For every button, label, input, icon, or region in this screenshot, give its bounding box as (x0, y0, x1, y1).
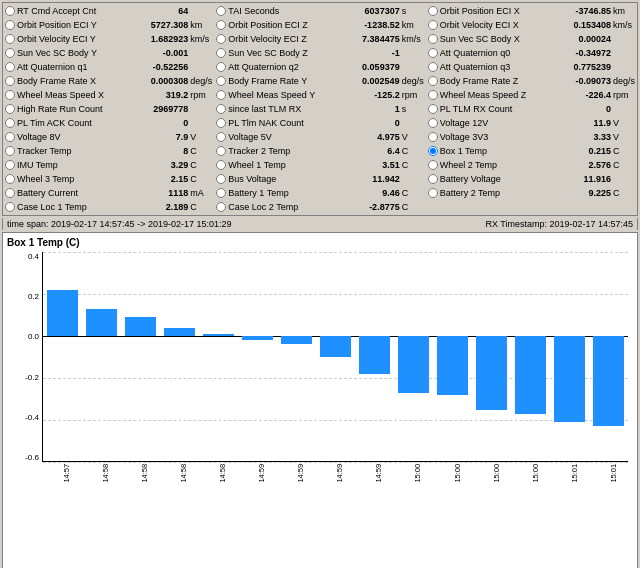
telem-row[interactable]: Battery 1 Temp9.46C (216, 186, 423, 200)
telem-row[interactable]: Att Quaternion q0-0.34972 (428, 46, 635, 60)
telem-row[interactable]: Wheel Meas Speed Y-125.2rpm (216, 88, 423, 102)
telem-row[interactable]: Voltage 5V4.975V (216, 130, 423, 144)
telem-row[interactable]: Sun Vec SC Body Y-0.001 (5, 46, 212, 60)
telem-value: 5727.308 (143, 20, 188, 30)
telem-label: Att Quaternion q1 (17, 62, 143, 72)
bar-group (433, 252, 472, 461)
telem-row[interactable]: Sun Vec SC Body X0.00024 (428, 32, 635, 46)
telem-row[interactable]: Battery 2 Temp9.225C (428, 186, 635, 200)
telem-row[interactable]: PL Tim ACK Count0 (5, 116, 212, 130)
time-span-bar: time span: 2019-02-17 14:57:45 -> 2019-0… (2, 218, 638, 230)
telemetry-grid: RT Cmd Accept Cnt64Orbit Position ECI Y5… (2, 2, 638, 216)
telem-value: 1 (355, 104, 400, 114)
x-axis-label: 15:00:08 (413, 464, 422, 483)
telem-label: Battery 1 Temp (228, 188, 354, 198)
telem-row[interactable]: Wheel Meas Speed Z-226.4rpm (428, 88, 635, 102)
y-axis-label: -0.2 (7, 373, 39, 382)
telem-row[interactable]: PL TLM RX Count0 (428, 102, 635, 116)
telem-unit: rpm (402, 90, 424, 100)
telem-value: 6.4 (355, 146, 400, 156)
telem-row[interactable]: Wheel 3 Temp2.15C (5, 172, 212, 186)
telem-value: 4.975 (355, 132, 400, 142)
telem-value: 2.189 (143, 202, 188, 212)
bar-group (199, 252, 238, 461)
telem-value: 11.942 (355, 174, 400, 184)
bar (398, 336, 429, 393)
telem-row[interactable]: Wheel 2 Temp2.576C (428, 158, 635, 172)
telem-row[interactable]: Case Loc 1 Temp2.189C (5, 200, 212, 214)
telem-row[interactable]: Orbit Position ECI Z-1238.52km (216, 18, 423, 32)
telem-label: Battery Voltage (440, 174, 566, 184)
telem-row[interactable]: IMU Temp3.29C (5, 158, 212, 172)
telem-value: -226.4 (566, 90, 611, 100)
x-axis-label: 15:01:13 (569, 464, 578, 483)
telem-row[interactable]: Battery Current1118mA (5, 186, 212, 200)
x-axis-label: 14:59:53 (374, 464, 383, 483)
telem-unit: deg/s (402, 76, 424, 86)
y-axis-label: -0.6 (7, 453, 39, 462)
telem-unit: C (613, 160, 635, 170)
bar (86, 309, 117, 336)
telem-label: Orbit Position ECI Y (17, 20, 143, 30)
telem-label: Att Quaternion q0 (440, 48, 566, 58)
telem-row[interactable]: Att Quaternion q1-0.52256 (5, 60, 212, 74)
x-axis-label: 15:01:29 (608, 464, 617, 483)
telem-label: Voltage 12V (440, 118, 566, 128)
telem-row[interactable]: Orbit Position ECI Y5727.308km (5, 18, 212, 32)
telem-label: Voltage 3V3 (440, 132, 566, 142)
telem-row[interactable]: Orbit Position ECI X-3746.85km (428, 4, 635, 18)
bar (281, 336, 312, 344)
telem-row[interactable]: Box 1 Temp0.215C (428, 144, 635, 158)
telem-label: Tracker Temp (17, 146, 143, 156)
telem-row[interactable]: TAI Seconds6037307s (216, 4, 423, 18)
telem-row[interactable]: Voltage 8V7.9V (5, 130, 212, 144)
telem-row[interactable]: Body Frame Rate X0.000308deg/s (5, 74, 212, 88)
chart-title: Box 1 Temp (C) (7, 237, 633, 248)
telem-value: -1 (355, 48, 400, 58)
telem-row[interactable]: Bus Voltage11.942 (216, 172, 423, 186)
telem-row[interactable]: Voltage 12V11.9V (428, 116, 635, 130)
telem-label: Body Frame Rate X (17, 76, 143, 86)
telem-row[interactable]: RT Cmd Accept Cnt64 (5, 4, 212, 18)
x-axis-label: 14:58:49 (218, 464, 227, 483)
telem-row[interactable]: Case Loc 2 Temp-2.8775C (216, 200, 423, 214)
telem-label: RT Cmd Accept Cnt (17, 6, 143, 16)
telem-row[interactable]: Voltage 3V33.33V (428, 130, 635, 144)
telem-row[interactable]: Wheel Meas Speed X319.2rpm (5, 88, 212, 102)
telem-unit: km (613, 6, 635, 16)
telem-row[interactable]: High Rate Run Count2969778 (5, 102, 212, 116)
telem-row[interactable]: Tracker Temp8C (5, 144, 212, 158)
telem-row[interactable]: Tracker 2 Temp6.4C (216, 144, 423, 158)
telem-value: -1238.52 (355, 20, 400, 30)
telem-label: Att Quaternion q3 (440, 62, 566, 72)
telem-unit: km/s (613, 20, 635, 30)
telem-value: 64 (143, 6, 188, 16)
telem-unit: C (402, 146, 424, 156)
telem-unit: V (613, 132, 635, 142)
grid-line (43, 462, 628, 463)
bar (164, 328, 195, 336)
telem-label: Tracker 2 Temp (228, 146, 354, 156)
telem-row[interactable]: PL Tlm NAK Count0 (216, 116, 423, 130)
telemetry-col-2: TAI Seconds6037307sOrbit Position ECI Z-… (214, 3, 425, 215)
telem-row[interactable]: Wheel 1 Temp3.51C (216, 158, 423, 172)
telem-row[interactable]: Att Quaternion q30.775239 (428, 60, 635, 74)
telem-row[interactable]: Orbit Velocity ECI X0.153408km/s (428, 18, 635, 32)
telem-value: 0.000308 (143, 76, 188, 86)
bar-group (355, 252, 394, 461)
telem-row[interactable]: Att Quaternion q20.059379 (216, 60, 423, 74)
telem-row[interactable]: Battery Voltage11.916 (428, 172, 635, 186)
telem-row[interactable]: Orbit Velocity ECI Z7.384475km/s (216, 32, 423, 46)
telem-value: -0.09073 (566, 76, 611, 86)
time-span-text: time span: 2019-02-17 14:57:45 -> 2019-0… (7, 219, 232, 229)
telem-row[interactable]: Sun Vec SC Body Z-1 (216, 46, 423, 60)
bar-group (394, 252, 433, 461)
telemetry-col-3: Orbit Position ECI X-3746.85kmOrbit Velo… (426, 3, 637, 215)
telem-value: 3.33 (566, 132, 611, 142)
telem-row[interactable]: Body Frame Rate Y0.002549deg/s (216, 74, 423, 88)
telem-row[interactable]: Body Frame Rate Z-0.09073deg/s (428, 74, 635, 88)
telem-row[interactable]: Orbit Velocity ECI Y1.682923km/s (5, 32, 212, 46)
telem-unit: C (190, 174, 212, 184)
telem-value: 0.775239 (566, 62, 611, 72)
telem-row[interactable]: since last TLM RX1s (216, 102, 423, 116)
